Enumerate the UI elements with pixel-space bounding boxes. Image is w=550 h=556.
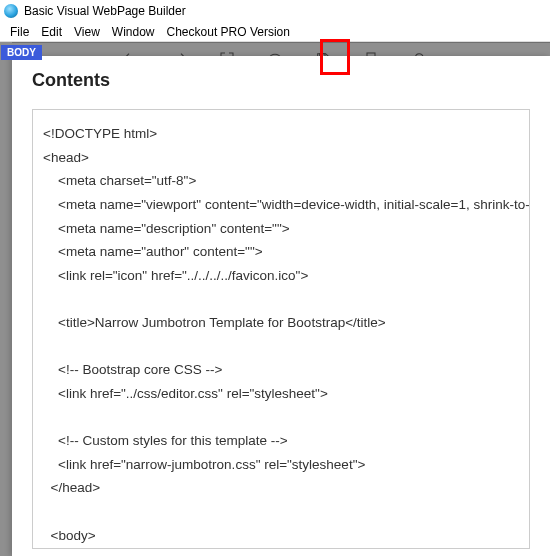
left-gutter	[0, 42, 12, 556]
menubar: File Edit View Window Checkout PRO Versi…	[0, 22, 550, 42]
body-tag-label: BODY	[1, 45, 42, 60]
menu-window[interactable]: Window	[108, 24, 159, 40]
code-view[interactable]: <!DOCTYPE html> <head> <meta charset="ut…	[32, 109, 530, 549]
contents-title: Contents	[32, 70, 530, 91]
titlebar: Basic Visual WebPage Builder	[0, 0, 550, 22]
menu-view[interactable]: View	[70, 24, 104, 40]
app-icon	[4, 4, 18, 18]
app-title: Basic Visual WebPage Builder	[24, 4, 186, 18]
menu-checkout-pro[interactable]: Checkout PRO Version	[163, 24, 294, 40]
menu-file[interactable]: File	[6, 24, 33, 40]
contents-panel: Contents <!DOCTYPE html> <head> <meta ch…	[12, 56, 550, 556]
menu-edit[interactable]: Edit	[37, 24, 66, 40]
